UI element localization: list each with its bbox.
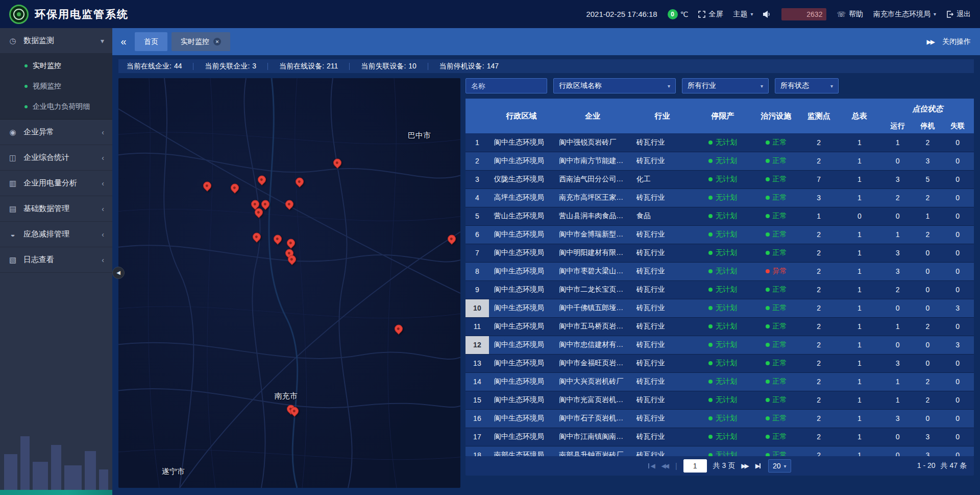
bullet-icon [24,105,28,108]
map-pin[interactable] [294,176,306,187]
collapse-map-button[interactable]: ◀ [112,267,125,279]
chevron-left-icon: ‹ [102,205,104,213]
sidebar-item-power-load-detail[interactable]: 企业电力负荷明细 [0,97,112,117]
table-row[interactable]: 6阆中生态环境局阆中市金博瑞新型墙材砖瓦行业无计划正常21120 [465,225,974,244]
table-row[interactable]: 10阆中生态环境局阆中千佛镇五郎垭页岩砖瓦行业无计划正常21003 [465,299,974,317]
sidebar-item-realtime-monitor[interactable]: 实时监控 [0,56,112,76]
sidebar-item-power-analysis[interactable]: ▥ 企业用电量分析 ‹ [0,171,112,196]
map-pin[interactable] [202,180,213,192]
range-label: 1 - 20 [917,461,936,470]
enterprise-table: 行政区域 企业 行业 停限产 治污设施 监测点 总表 点位状态 [465,99,974,456]
org-label: 南充市生态环境局 [873,10,930,19]
map-pins: 巴中市南充市遂宁市 [118,78,460,488]
topbar: 环保用电监管系统 2021-02-25 17:46:18 0 ℃ 全屏 主题 ▾ [0,0,980,28]
tab-label: 实时监控 [181,37,209,46]
page-number-input[interactable] [683,459,707,473]
tabs-scroll-right-button[interactable]: ▶▶ [927,38,934,45]
chevron-left-icon: ‹ [102,128,104,136]
table-row[interactable]: 4高坪生态环境局南充市高坪区王家店建砖瓦行业无计划正常31220 [465,188,974,207]
app-root: 环保用电监管系统 2021-02-25 17:46:18 0 ℃ 全屏 主题 ▾ [0,0,980,495]
page-size-select[interactable]: 20 ▾ [768,459,791,473]
chevron-left-icon: ‹ [102,179,104,187]
table-row[interactable]: 17阆中生态环境局阆中市江南镇阆南页岩砖瓦行业无计划正常21030 [465,428,974,446]
col-header-index [465,99,489,133]
table-row[interactable]: 14阆中生态环境局阆中大兴页岩机砖厂砖瓦行业无计划正常21120 [465,372,974,391]
map-pin[interactable] [256,174,268,185]
announcement-icon[interactable] [763,11,771,18]
next-page-button[interactable]: ▶▶ [741,462,749,469]
col-header-region: 行政区域 [489,99,554,133]
help-button[interactable]: ☏ 帮助 [837,10,863,19]
gauge-icon: ◷ [8,36,17,45]
map-pin[interactable] [393,323,405,335]
col-header-industry: 行业 [631,99,694,133]
map-pin[interactable] [260,198,272,210]
logout-button[interactable]: 退出 [946,10,971,19]
fullscreen-button[interactable]: 全屏 [698,10,723,19]
table-row[interactable]: 7阆中生态环境局阆中明阳建材有限公司砖瓦行业无计划正常21300 [465,244,974,262]
tab-close-icon[interactable]: ✕ [213,38,221,45]
table-row[interactable]: 2阆中生态环境局阆中市南方节能建材有砖瓦行业无计划正常21030 [465,152,974,170]
content: 巴中市南充市遂宁市 ◀ 行政区域名称 ▾ 所有行业 ▾ [118,78,974,488]
map-pin[interactable] [446,233,458,245]
table-row[interactable]: 16阆中生态环境局阆中市石子页岩机砖厂砖瓦行业无计划正常21300 [465,409,974,428]
col-header-limit: 停限产 [693,99,752,133]
table-row[interactable]: 13阆中生态环境局阆中市金福旺页岩机砖砖瓦行业无计划正常21300 [465,354,974,372]
theme-menu[interactable]: 主题 ▾ [733,10,753,19]
select-value: 20 [773,462,781,470]
table-row[interactable]: 11阆中生态环境局阆中市五马桥页岩机砖砖瓦行业无计划正常21120 [465,317,974,336]
chevron-left-icon: ‹ [102,256,104,264]
chevron-down-icon: ▾ [830,83,833,89]
sidebar-item-base-data[interactable]: ▤ 基础数据管理 ‹ [0,196,112,222]
table-row[interactable]: 12阆中生态环境局阆中市忠信建材有限公砖瓦行业无计划正常21003 [465,336,974,354]
sidebar-item-emergency-reduction[interactable]: ◒ 应急减排管理 ‹ [0,222,112,247]
map-pin[interactable] [331,157,343,169]
table-row[interactable]: 15阆中生态环境局阆中市光富页岩机砖厂砖瓦行业无计划正常21120 [465,391,974,409]
table-row[interactable]: 5营山生态环境局营山县润丰肉食品有限食品无计划正常10010 [465,207,974,225]
name-filter-input[interactable] [465,78,547,93]
table-row[interactable]: 18南部生态环境局南部县升钟页岩砖厂砖瓦行业无计划正常21030 [465,446,974,456]
map-pin[interactable] [229,182,240,194]
stat-item: 当前在线设备:211 [279,62,338,71]
last-page-button[interactable]: ▶ [755,462,762,469]
stats-bar: 当前在线企业:44当前失联企业:3当前在线设备:211当前失联设备:10当前停机… [118,59,974,73]
close-operations-button[interactable]: 关闭操作 [942,37,971,46]
main-area: « 首页 实时监控 ✕ ▶▶ 关闭操作 当前在线企业:44当前失联企业:3当前在… [112,28,980,495]
logout-label: 退出 [957,10,971,19]
region-filter-select[interactable]: 行政区域名称 ▾ [553,78,676,93]
table-row[interactable]: 3仪陇生态环境局西南油气田分公司川中化工无计划正常71350 [465,170,974,188]
status-filter-select[interactable]: 所有状态 ▾ [775,78,839,93]
sidebar-item-video-monitor[interactable]: 视频监控 [0,76,112,97]
table-row[interactable]: 8阆中生态环境局阆中市枣碧大梁山页岩砖瓦行业无计划异常21300 [465,262,974,280]
chevron-down-icon: ▾ [761,83,763,89]
first-page-button[interactable]: ◀ [648,462,655,469]
stat-item: 当前失联设备:10 [361,62,416,71]
submenu-label: 视频监控 [33,82,61,91]
sidebar-item-data-monitoring[interactable]: ◷ 数据监测 ▾ [0,28,112,54]
map-pin[interactable] [284,198,296,210]
org-menu[interactable]: 南充市生态环境局 ▾ [873,10,936,19]
tabs-scroll-left-button[interactable]: « [112,36,135,48]
sidebar-item-enterprise-stats[interactable]: ◫ 企业综合统计 ‹ [0,145,112,171]
map-pin[interactable] [251,231,263,243]
sidebar-item-log-view[interactable]: ▧ 日志查看 ‹ [0,247,112,273]
col-header-total: 总表 [838,99,881,133]
divider: | [675,462,677,470]
temperature-badge: 0 [668,9,678,19]
tab-home[interactable]: 首页 [135,32,167,51]
industry-filter-select[interactable]: 所有行业 ▾ [682,78,769,93]
divider [428,63,428,70]
document-icon: ▧ [8,255,17,265]
tab-realtime-monitor[interactable]: 实时监控 ✕ [172,32,230,51]
map-pin[interactable] [272,233,283,245]
datetime: 2021-02-25 17:46:18 [586,10,657,18]
map-canvas[interactable]: 巴中市南充市遂宁市 [118,78,460,488]
filter-bar: 行政区域名称 ▾ 所有行业 ▾ 所有状态 ▾ [465,78,974,93]
table-row[interactable]: 9阆中生态环境局阆中市二龙长宝页岩砖砖瓦行业无计划正常21200 [465,280,974,299]
sidebar-item-enterprise-abnormal[interactable]: ◉ 企业异常 ‹ [0,120,112,145]
map-pin[interactable] [285,237,297,249]
prev-page-button[interactable]: ◀◀ [662,462,669,469]
phone-icon: ☏ [837,10,846,18]
table-row[interactable]: 1阆中生态环境局阆中强锐页岩砖厂砖瓦行业无计划正常21120 [465,133,974,152]
help-label: 帮助 [849,10,863,19]
